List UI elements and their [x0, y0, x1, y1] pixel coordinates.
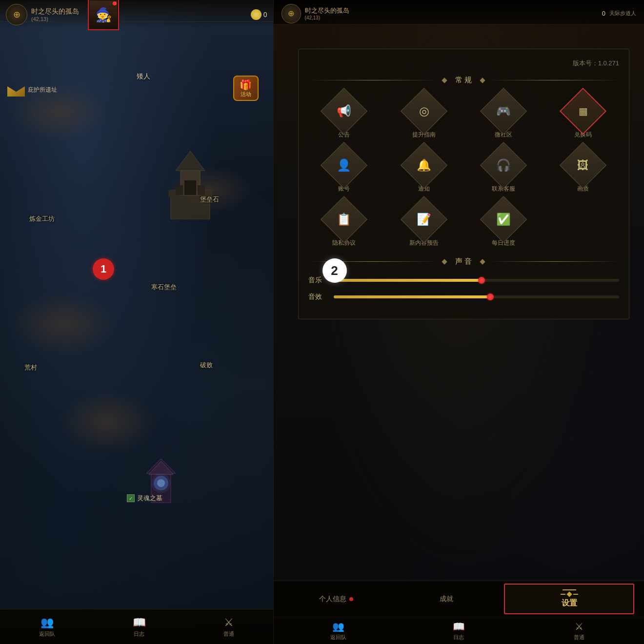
footer-buttons-row: 个人信息 成就 设置: [274, 581, 644, 617]
top-right-currency: 0: [251, 9, 267, 20]
account-icon: 👤: [337, 158, 351, 172]
svg-point-12: [151, 473, 171, 493]
quality-item[interactable]: 🖼 画质: [547, 149, 619, 193]
soul-tomb-label: ✓ 灵魂之墓: [127, 494, 162, 503]
right-currency-value: 0: [602, 10, 605, 17]
squad-tab-right[interactable]: 👥 返回队: [279, 621, 399, 641]
portrait-image: 🧙: [90, 1, 117, 28]
location-coords-left: (42,13): [31, 16, 79, 22]
redeem-icon-diamond: ▦: [560, 88, 606, 135]
squad-label: 返回队: [39, 630, 55, 638]
support-item[interactable]: 🎧 联系客服: [467, 149, 539, 193]
barren-village-label: 荒村: [24, 363, 37, 372]
personal-info-button[interactable]: 个人信息: [283, 589, 389, 609]
daily-item[interactable]: ✅ 每日进度: [467, 203, 539, 247]
sound-divider-diamond-right: [480, 259, 485, 264]
preview-icon-diamond: 📝: [401, 196, 447, 243]
community-icon-diamond: 🎮: [480, 88, 527, 135]
activity-button[interactable]: 🎁 活动: [233, 76, 259, 101]
account-icon-diamond: 👤: [321, 142, 367, 189]
divider-line-right: [489, 80, 619, 80]
svg-rect-3: [198, 185, 205, 195]
ruins-label: 庇护所遗址: [28, 86, 57, 94]
map-compass-icon-right[interactable]: ⊕: [282, 4, 301, 23]
community-icon: 🎮: [496, 104, 511, 118]
community-item[interactable]: 🎮 微社区: [467, 95, 539, 139]
privacy-item[interactable]: 📋 隐私协议: [308, 203, 380, 247]
settings-line-center: [561, 592, 578, 596]
account-item[interactable]: 👤 账号: [308, 149, 380, 193]
mode-tab[interactable]: ⚔ 普通: [223, 616, 234, 638]
achievement-button[interactable]: 成就: [394, 589, 499, 609]
icons-row2: 👤 账号 🔔 通知 🎧 联系客服 🖼: [308, 149, 619, 193]
mode-label: 普通: [223, 630, 234, 638]
svg-marker-5: [176, 151, 205, 171]
announcement-icon: 📢: [337, 104, 351, 118]
checkbox-icon: ✓: [127, 494, 135, 502]
redeem-icon: ▦: [579, 105, 588, 117]
mail-area[interactable]: 庇护所遗址: [7, 83, 57, 97]
notification-item[interactable]: 🔔 通知: [388, 149, 460, 193]
sfx-slider-thumb[interactable]: [487, 293, 494, 300]
sfx-slider-fill: [334, 295, 491, 298]
journal-tab-right[interactable]: 📖 日志: [399, 621, 519, 641]
map-compass-icon[interactable]: ⊕: [6, 4, 27, 25]
journal-label: 日志: [134, 630, 144, 638]
fortress-stone-label: 堡垒石: [200, 195, 219, 204]
right-bottom-area: 个人信息 成就 设置 👥 返回队 �: [274, 581, 644, 644]
music-slider-fill: [334, 279, 482, 282]
daily-icon-diamond: ✅: [480, 196, 527, 243]
location-name-right: 时之尽头的孤岛: [305, 6, 349, 15]
location-name-left: 时之尽头的孤岛: [31, 7, 79, 16]
bottom-nav-tabs: 👥 返回队 📖 日志 ⚔ 普通: [274, 617, 644, 644]
settings-line-right: [573, 594, 578, 595]
achievement-label: 成就: [440, 595, 453, 604]
redeem-item[interactable]: ▦ 兑换码: [547, 95, 619, 139]
fortress-svg: [161, 151, 220, 219]
notification-icon-diamond: 🔔: [401, 142, 447, 189]
preview-item[interactable]: 📝 新内容预告: [388, 203, 460, 247]
preview-icon: 📝: [417, 213, 431, 226]
soul-tomb-svg: [137, 454, 185, 512]
forge-label: 炼金工坊: [29, 215, 55, 223]
settings-button[interactable]: 设置: [504, 584, 634, 614]
music-slider-thumb[interactable]: [478, 277, 485, 284]
broken-label: 破败: [200, 361, 213, 370]
mail-icon: [7, 83, 25, 97]
guide-icon: ◎: [419, 104, 429, 118]
info-notification-dot: [349, 597, 353, 601]
sound-divider-diamond-left: [442, 259, 447, 264]
announcement-item[interactable]: 📢 公告: [308, 95, 380, 139]
general-section-divider: 常 规: [308, 76, 619, 85]
sound-section-title: 声 音: [451, 257, 476, 266]
settings-panel: 版本号：1.0.271 常 规 📢 公告 ◎ 提升指南: [298, 49, 629, 319]
journal-tab[interactable]: 📖 日志: [133, 616, 146, 638]
sfx-slider-row: 音效: [308, 293, 619, 301]
character-name: 矮人: [137, 72, 150, 81]
mode-tab-right[interactable]: ⚔ 普通: [519, 621, 639, 641]
squad-icon-right: 👥: [332, 621, 344, 632]
version-text: 版本号：1.0.271: [308, 59, 619, 68]
mode-icon-right: ⚔: [575, 621, 584, 632]
notification-icon: 🔔: [417, 158, 431, 172]
sfx-slider-track[interactable]: [334, 295, 619, 298]
character-portrait[interactable]: 🧙: [88, 0, 119, 30]
divider-diamond-left: [442, 78, 447, 83]
right-top-currency: 0 天际步道人: [602, 10, 636, 17]
support-icon: 🎧: [496, 158, 511, 172]
settings-line-top: [563, 589, 576, 590]
general-section-title: 常 规: [451, 76, 476, 85]
guide-item[interactable]: ◎ 提升指南: [388, 95, 460, 139]
squad-tab[interactable]: 👥 返回队: [39, 616, 55, 638]
sound-section-divider: 声 音: [308, 257, 619, 266]
step1-badge: 1: [93, 258, 114, 280]
location-coords-right: (42,13): [305, 15, 349, 20]
step2-badge: 2: [322, 258, 347, 283]
settings-line-left: [561, 594, 565, 595]
music-slider-track[interactable]: [334, 279, 619, 282]
svg-rect-4: [184, 180, 196, 195]
sfx-label: 音效: [308, 293, 328, 301]
icons-row3: 📋 隐私协议 📝 新内容预告 ✅ 每日进度: [308, 203, 619, 247]
currency1-value: 0: [263, 11, 267, 19]
guide-icon-diamond: ◎: [401, 88, 447, 135]
